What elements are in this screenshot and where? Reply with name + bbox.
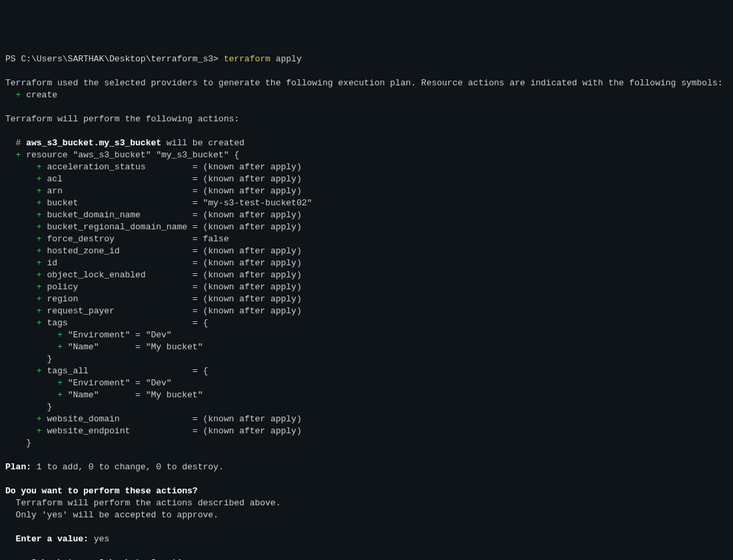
will-perform: Terraform will perform the following act…: [5, 114, 239, 124]
attr-row: + website_endpoint = (known after apply): [5, 426, 302, 436]
enter-value-line[interactable]: Enter a value: yes: [5, 534, 109, 544]
tag-row: + "Name" = "My bucket": [5, 342, 203, 352]
attr-row: + arn = (known after apply): [5, 186, 302, 196]
create-plus: +: [5, 90, 26, 100]
create-label: create: [26, 90, 57, 100]
attr-row: + request_payer = (known after apply): [5, 306, 302, 316]
attr-row: + bucket_domain_name = (known after appl…: [5, 210, 302, 220]
confirm-desc-1: Terraform will perform the actions descr…: [5, 498, 281, 508]
confirm-desc-2: Only 'yes' will be accepted to approve.: [5, 510, 219, 520]
plan-line: Plan: 1 to add, 0 to change, 0 to destro…: [5, 462, 224, 472]
tagsall-close: }: [5, 402, 52, 412]
prompt-path: PS C:\Users\SARTHAK\Desktop\terraform_s3…: [5, 54, 224, 64]
confirm-question: Do you want to perform these actions?: [5, 486, 198, 496]
resource-comment: # aws_s3_bucket.my_s3_bucket will be cre…: [5, 138, 245, 148]
enter-value-input[interactable]: yes: [94, 534, 109, 544]
enter-value-label: Enter a value:: [5, 534, 94, 544]
attr-row: + policy = (known after apply): [5, 282, 302, 292]
resource-close: }: [5, 438, 31, 448]
command-arg: apply: [271, 54, 302, 64]
attr-row: + id = (known after apply): [5, 258, 302, 268]
attr-row: + region = (known after apply): [5, 294, 302, 304]
attr-row: + force_destroy = false: [5, 234, 229, 244]
attr-row: + website_domain = (known after apply): [5, 414, 302, 424]
attr-row: + bucket = "my-s3-test-bucket02": [5, 198, 312, 208]
tags-close: }: [5, 354, 52, 364]
attr-row: + acceleration_status = (known after app…: [5, 162, 302, 172]
tag-row: + "Name" = "My bucket": [5, 390, 203, 400]
attr-row: + object_lock_enabled = (known after app…: [5, 270, 302, 280]
prompt-line[interactable]: PS C:\Users\SARTHAK\Desktop\terraform_s3…: [5, 54, 302, 64]
tag-row: + "Enviroment" = "Dev": [5, 378, 172, 388]
intro-text: Terraform used the selected providers to…: [5, 78, 723, 88]
tagsall-open: + tags_all = {: [5, 366, 208, 376]
resource-decl: + resource "aws_s3_bucket" "my_s3_bucket…: [5, 150, 239, 160]
attr-row: + hosted_zone_id = (known after apply): [5, 246, 302, 256]
attr-row: + acl = (known after apply): [5, 174, 302, 184]
tags-open: + tags = {: [5, 318, 208, 328]
command-name: terraform: [224, 54, 271, 64]
terminal-output: PS C:\Users\SARTHAK\Desktop\terraform_s3…: [5, 53, 728, 560]
attr-row: + bucket_regional_domain_name = (known a…: [5, 222, 302, 232]
tag-row: + "Enviroment" = "Dev": [5, 330, 172, 340]
